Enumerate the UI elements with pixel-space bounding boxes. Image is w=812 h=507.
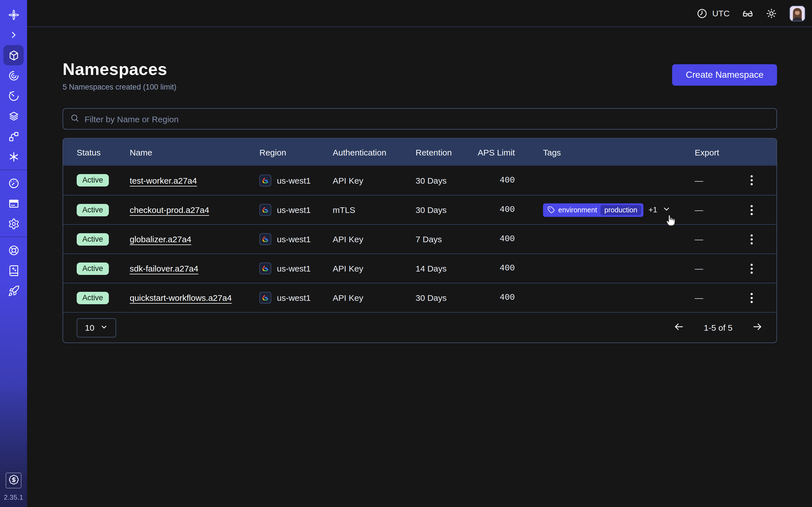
table-row: Active checkout-prod.a27a4 us-west1 mTLS… bbox=[63, 195, 776, 224]
table-footer: 10 1-5 of 5 bbox=[63, 312, 776, 342]
sidebar-item-batch-operations[interactable] bbox=[3, 147, 24, 167]
sidebar-item-getting-started[interactable] bbox=[3, 281, 24, 301]
tag-more-count: +1 bbox=[649, 206, 657, 214]
tag-icon bbox=[548, 206, 555, 214]
next-page-button[interactable] bbox=[752, 321, 763, 334]
row-menu-button[interactable] bbox=[744, 173, 759, 187]
retention-cell: 30 Days bbox=[416, 205, 470, 215]
page-header: Namespaces 5 Namespaces created (100 lim… bbox=[63, 60, 777, 91]
book-sparkles-icon bbox=[8, 265, 19, 276]
gear-icon bbox=[8, 218, 19, 230]
actions-cell bbox=[740, 173, 763, 187]
sidebar-item-support[interactable] bbox=[3, 240, 24, 260]
search-input[interactable] bbox=[85, 114, 770, 124]
user-avatar[interactable] bbox=[790, 5, 805, 21]
gcp-icon bbox=[259, 174, 271, 186]
namespaces-table: Status Name Region Authentication Retent… bbox=[63, 138, 777, 343]
sidebar: 2.35.1 bbox=[0, 0, 27, 507]
region-cell: us-west1 bbox=[259, 292, 333, 304]
life-ring-icon bbox=[8, 244, 19, 256]
previous-page-button[interactable] bbox=[673, 321, 684, 334]
status-cell: Active bbox=[77, 174, 130, 186]
region-label: us-west1 bbox=[277, 175, 311, 185]
gcp-icon bbox=[259, 233, 271, 245]
table-row: Active test-worker.a27a4 us-west1 API Ke… bbox=[63, 166, 776, 195]
sidebar-item-billing[interactable] bbox=[3, 193, 24, 214]
namespace-link[interactable]: checkout-prod.a27a4 bbox=[130, 205, 209, 215]
page-title: Namespaces bbox=[63, 60, 176, 79]
version-label: 2.35.1 bbox=[4, 494, 23, 501]
kebab-icon bbox=[750, 263, 753, 274]
sidebar-divider bbox=[0, 237, 27, 237]
sidebar-item-pricing[interactable] bbox=[6, 473, 21, 489]
sidebar-item-collapse[interactable] bbox=[3, 25, 24, 45]
row-menu-button[interactable] bbox=[744, 203, 759, 217]
app-window: UTC 2.35.1 bbox=[0, 0, 812, 507]
sidebar-item-namespaces[interactable] bbox=[3, 45, 24, 65]
tag-key: environment bbox=[558, 206, 597, 214]
status-cell: Active bbox=[77, 262, 130, 275]
region-label: us-west1 bbox=[277, 205, 311, 215]
sidebar-item-insights[interactable] bbox=[3, 65, 24, 86]
namespace-link[interactable]: globalizer.a27a4 bbox=[130, 234, 192, 244]
pagination: 1-5 of 5 bbox=[673, 321, 763, 334]
page-size-select[interactable]: 10 bbox=[77, 318, 116, 337]
row-menu-button[interactable] bbox=[744, 232, 759, 246]
retention-cell: 7 Days bbox=[416, 234, 470, 244]
sidebar-item-nexus[interactable] bbox=[3, 126, 24, 147]
authentication-cell: mTLS bbox=[333, 205, 416, 215]
region-cell: us-west1 bbox=[259, 204, 333, 216]
status-badge: Active bbox=[77, 233, 109, 245]
page-title-block: Namespaces 5 Namespaces created (100 lim… bbox=[63, 60, 176, 91]
export-cell: — bbox=[695, 234, 740, 244]
sidebar-bottom: 2.35.1 bbox=[0, 473, 27, 507]
status-badge: Active bbox=[77, 174, 109, 186]
region-label: us-west1 bbox=[277, 234, 311, 244]
namespace-link[interactable]: quickstart-workflows.a27a4 bbox=[130, 293, 232, 302]
col-header-name: Name bbox=[130, 147, 259, 157]
export-cell: — bbox=[695, 264, 740, 273]
rocket-icon bbox=[8, 285, 19, 297]
timezone-selector[interactable]: UTC bbox=[696, 8, 730, 19]
table-row: Active globalizer.a27a4 us-west1 API Key… bbox=[63, 224, 776, 253]
kebab-icon bbox=[750, 205, 753, 215]
tag-value: production bbox=[601, 205, 642, 215]
namespace-link[interactable]: sdk-failover.a27a4 bbox=[130, 264, 199, 273]
row-menu-button[interactable] bbox=[744, 261, 759, 276]
namespace-link[interactable]: test-worker.a27a4 bbox=[130, 175, 197, 185]
asterisk-icon bbox=[8, 151, 19, 163]
aps-limit-cell: 400 bbox=[470, 293, 515, 302]
tags-cell: environment production +1 bbox=[515, 203, 695, 217]
status-badge: Active bbox=[77, 262, 109, 275]
sidebar-item-schedules[interactable] bbox=[3, 86, 24, 106]
timer-icon bbox=[8, 90, 19, 102]
chevron-down-icon bbox=[662, 205, 670, 215]
sidebar-item-usage[interactable] bbox=[3, 173, 24, 193]
badge-dollar-icon bbox=[8, 474, 19, 487]
table-body: Active test-worker.a27a4 us-west1 API Ke… bbox=[63, 166, 776, 312]
aps-limit-cell: 400 bbox=[470, 205, 515, 215]
gauge-icon bbox=[8, 177, 19, 189]
name-cell: sdk-failover.a27a4 bbox=[130, 264, 259, 273]
status-cell: Active bbox=[77, 233, 130, 245]
sidebar-item-settings[interactable] bbox=[3, 214, 24, 234]
theme-toggle-button[interactable] bbox=[766, 8, 777, 19]
export-cell: — bbox=[695, 205, 740, 215]
sidebar-item-deployments[interactable] bbox=[3, 106, 24, 126]
arrow-right-icon bbox=[752, 321, 763, 334]
sidebar-item-docs[interactable] bbox=[3, 260, 24, 281]
gcp-icon bbox=[259, 263, 271, 274]
layers-icon bbox=[8, 110, 19, 122]
retention-cell: 30 Days bbox=[416, 293, 470, 302]
create-namespace-button[interactable]: Create Namespace bbox=[672, 64, 777, 86]
region-label: us-west1 bbox=[277, 264, 311, 273]
reader-mode-button[interactable] bbox=[742, 8, 753, 19]
actions-cell bbox=[740, 290, 763, 305]
branch-icon bbox=[8, 130, 19, 142]
search-icon bbox=[70, 113, 80, 125]
authentication-cell: API Key bbox=[333, 264, 416, 273]
row-menu-button[interactable] bbox=[744, 290, 759, 305]
sidebar-item-home[interactable] bbox=[3, 4, 24, 25]
tags-expand-button[interactable] bbox=[662, 205, 670, 215]
filter-bar bbox=[63, 108, 777, 129]
